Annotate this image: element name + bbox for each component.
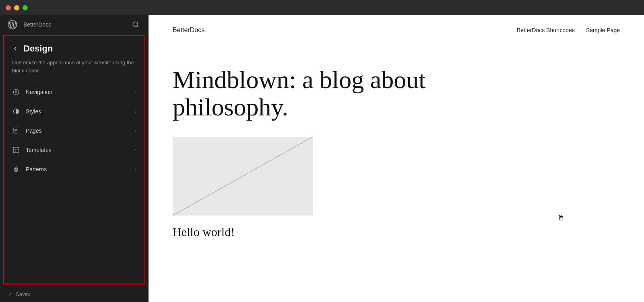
panel-description: Customize the appearance of your website… (4, 57, 144, 82)
saved-bar: ✓ Saved (0, 286, 149, 302)
templates-chevron: › (135, 147, 136, 153)
website-nav-links: BetterDocs Shortcodes Sample Page (517, 27, 620, 33)
svg-point-0 (133, 22, 138, 27)
pages-svg (12, 127, 20, 134)
search-button[interactable] (129, 18, 142, 31)
navigation-chevron: › (135, 89, 136, 95)
patterns-icon (12, 165, 20, 173)
traffic-lights (6, 5, 28, 10)
close-button[interactable] (6, 5, 11, 10)
placeholder-image (173, 137, 313, 216)
menu-item-patterns-left: Patterns (12, 165, 47, 173)
styles-svg (12, 108, 20, 115)
menu-item-styles-left: Styles (12, 107, 41, 115)
website-nav: BetterDocs BetterDocs Shortcodes Sample … (149, 15, 644, 42)
patterns-svg (12, 166, 20, 173)
content-wrapper[interactable]: BetterDocs BetterDocs Shortcodes Sample … (149, 15, 644, 302)
search-icon (132, 21, 139, 28)
design-header: Design (4, 36, 144, 57)
minimize-button[interactable] (14, 5, 19, 10)
svg-point-2 (13, 89, 19, 95)
nav-link-sample[interactable]: Sample Page (586, 27, 620, 33)
templates-label: Templates (26, 147, 52, 153)
design-panel: Design Customize the appearance of your … (3, 35, 145, 284)
menu-item-navigation[interactable]: Navigation › (4, 82, 144, 102)
website-hero: Mindblown: a blog about philosophy. (149, 42, 644, 137)
menu-item-pages-left: Pages (12, 127, 42, 135)
wp-toolbar: BetterDocs (0, 15, 149, 34)
menu-item-navigation-left: Navigation (12, 88, 52, 96)
svg-line-1 (137, 26, 138, 27)
design-menu: Navigation › Styles (4, 82, 144, 284)
navigation-svg (12, 88, 20, 96)
website-content: Hello world! (149, 137, 644, 258)
wp-logo-icon (7, 19, 18, 30)
menu-item-styles[interactable]: Styles › (4, 102, 144, 121)
svg-point-3 (15, 91, 17, 93)
back-button[interactable] (12, 45, 19, 52)
panel-title: Design (23, 43, 53, 54)
navigation-icon (12, 88, 20, 96)
title-bar (0, 0, 644, 15)
styles-icon (12, 107, 20, 115)
templates-svg (12, 146, 20, 154)
menu-item-templates-left: Templates (12, 146, 52, 154)
templates-icon (12, 146, 20, 154)
app-body: BetterDocs Design Customize the appearan (0, 15, 644, 302)
pages-chevron: › (135, 128, 136, 134)
website-headline: Mindblown: a blog about philosophy. (173, 66, 535, 121)
styles-chevron: › (135, 109, 136, 114)
svg-marker-13 (15, 168, 17, 171)
menu-item-patterns[interactable]: Patterns › (4, 160, 144, 179)
svg-rect-9 (13, 147, 19, 153)
wp-toolbar-left: BetterDocs (6, 18, 51, 31)
back-icon (12, 45, 19, 52)
saved-check-icon: ✓ (8, 291, 12, 297)
saved-label: Saved (16, 291, 31, 297)
menu-item-templates[interactable]: Templates › (4, 140, 144, 160)
sidebar: BetterDocs Design Customize the appearan (0, 15, 149, 302)
wordpress-logo[interactable] (6, 18, 19, 31)
menu-item-pages[interactable]: Pages › (4, 121, 144, 140)
hello-world-title: Hello world! (173, 225, 620, 239)
pages-icon (12, 127, 20, 135)
styles-label: Styles (26, 108, 41, 115)
navigation-label: Navigation (26, 89, 52, 95)
website-logo: BetterDocs (173, 27, 204, 34)
patterns-chevron: › (135, 166, 136, 172)
nav-link-shortcodes[interactable]: BetterDocs Shortcodes (517, 27, 575, 33)
pages-label: Pages (26, 127, 42, 134)
site-name: BetterDocs (23, 21, 51, 28)
maximize-button[interactable] (23, 5, 28, 10)
content-area: BetterDocs BetterDocs Shortcodes Sample … (149, 15, 644, 302)
patterns-label: Patterns (26, 166, 47, 173)
